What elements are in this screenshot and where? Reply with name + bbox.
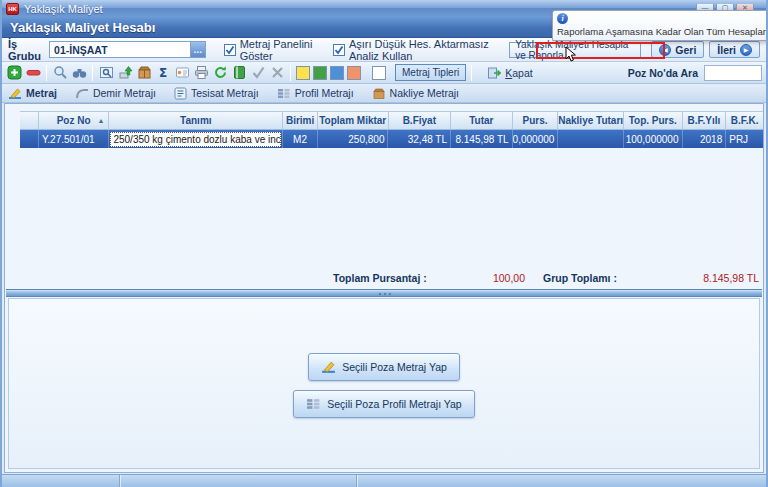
- row-indicator[interactable]: [20, 130, 39, 148]
- tab-demir-metraji[interactable]: Demir Metrajı: [75, 87, 156, 100]
- add-icon[interactable]: [6, 65, 22, 81]
- combo-dropdown-icon[interactable]: …: [190, 42, 205, 57]
- col-b-fiyat[interactable]: B.Fiyat: [389, 111, 452, 130]
- status-segment: [357, 475, 766, 487]
- tab-demir-label: Demir Metrajı: [93, 87, 156, 99]
- sum-icon[interactable]: Σ: [155, 65, 171, 81]
- main-panel: Poz No ▲ Tanımı Birimi Toplam Miktar B.F…: [4, 103, 764, 473]
- export-icon[interactable]: [117, 65, 133, 81]
- tab-metraj[interactable]: Metraj: [8, 87, 57, 100]
- poz-no-ara-label: Poz No'da Ara: [628, 67, 698, 79]
- cancel-x-icon[interactable]: [269, 65, 285, 81]
- cell-bf-yili[interactable]: 2018: [683, 130, 727, 148]
- swatch-orange[interactable]: [347, 66, 361, 80]
- col-tutar[interactable]: Tutar: [451, 111, 513, 130]
- col-purs[interactable]: Purs.: [513, 111, 559, 130]
- card-icon[interactable]: [174, 65, 190, 81]
- metraj-tabs: Metraj Demir Metrajı Tesisat Metrajı Pro…: [2, 84, 766, 103]
- tanimi-editor-input[interactable]: 250/350 kg çimento dozlu kaba ve ince ha…: [110, 132, 281, 147]
- grup-toplami-label: Grup Toplamı :: [543, 272, 617, 284]
- col-poz-no[interactable]: Poz No ▲: [39, 111, 110, 130]
- tab-nakliye-label: Nakliye Metrajı: [390, 87, 459, 99]
- is-grubu-label: İş Grubu: [8, 38, 41, 62]
- col-nakliye-tutari[interactable]: Nakliye Tutarı: [558, 111, 624, 130]
- metraj-panel: Seçili Poza Metraj Yap Seçili Poza Profi…: [8, 298, 760, 469]
- binoculars-icon[interactable]: [71, 65, 87, 81]
- col-label: B.F.K.: [731, 115, 759, 126]
- book-icon[interactable]: [231, 65, 247, 81]
- cell-purs[interactable]: 100,000000: [513, 130, 559, 148]
- controls-row: İş Grubu 01-İNŞAAT … Metraj Panelini Gös…: [2, 38, 766, 62]
- col-label: Poz No: [57, 115, 91, 126]
- geri-label: Geri: [675, 44, 696, 56]
- cell-top-purs[interactable]: 100,000000: [624, 130, 683, 148]
- ileri-button[interactable]: İleri ▶: [709, 41, 760, 58]
- metraj-panel-checkbox[interactable]: Metraj Panelini Göster: [224, 38, 315, 62]
- col-bf-yili[interactable]: B.F.Yılı: [683, 111, 727, 130]
- metraj-tipleri-button[interactable]: Metraj Tipleri: [395, 64, 466, 81]
- tab-metraj-label: Metraj: [26, 87, 57, 99]
- tab-tesisat-metraji[interactable]: Tesisat Metrajı: [174, 87, 259, 100]
- swatch-white[interactable]: [372, 66, 386, 80]
- tab-tesisat-label: Tesisat Metrajı: [191, 87, 259, 99]
- col-toplam-miktar[interactable]: Toplam Miktar: [318, 111, 389, 130]
- secili-poza-profil-metraji-yap-button[interactable]: Seçili Poza Profil Metrajı Yap: [293, 390, 474, 418]
- checkbox-checked-icon[interactable]: [333, 44, 345, 56]
- asiri-dusuk-label: Aşırı Düşük Hes. Aktarmasız Analiz Kulla…: [349, 38, 495, 62]
- demir-metraji-icon: [75, 87, 89, 100]
- poz-no-ara-input[interactable]: [704, 65, 762, 81]
- tab-nakliye-metraji[interactable]: Nakliye Metrajı: [372, 87, 459, 100]
- table-row-selected[interactable]: Y.27.501/01 250/350 kg çimento dozlu kab…: [20, 130, 763, 148]
- search-icon[interactable]: [52, 65, 68, 81]
- status-segment: [2, 475, 120, 487]
- toplam-pursantaj-label: Toplam Pursantaj :: [333, 272, 427, 284]
- secili-poza-metraj-yap-button[interactable]: Seçili Poza Metraj Yap: [308, 353, 460, 381]
- cell-nakliye-tutari[interactable]: [558, 130, 624, 148]
- checkbox-checked-icon[interactable]: [224, 44, 236, 56]
- profil-metraji-icon: [306, 397, 321, 411]
- preview-icon[interactable]: [98, 65, 114, 81]
- cell-b-fiyat[interactable]: 32,48 TL: [388, 130, 451, 148]
- confirm-check-icon[interactable]: [250, 65, 266, 81]
- cell-poz-no[interactable]: Y.27.501/01: [39, 130, 110, 148]
- cell-tutar[interactable]: 8.145,98 TL: [451, 130, 513, 148]
- toolbar-separator: [46, 65, 47, 81]
- swatch-yellow[interactable]: [296, 66, 310, 80]
- swatch-green[interactable]: [313, 66, 327, 80]
- panel-splitter[interactable]: [6, 289, 762, 297]
- status-segment: [120, 475, 357, 487]
- col-top-purs[interactable]: Top. Purs.: [624, 111, 683, 130]
- col-birimi[interactable]: Birimi: [283, 111, 318, 130]
- col-bfk[interactable]: B.F.K.: [726, 111, 763, 130]
- printer-icon[interactable]: [193, 65, 209, 81]
- col-label: B.F.Yılı: [688, 115, 721, 126]
- toolbar-separator: [471, 65, 472, 81]
- profil-metraji-icon: [277, 87, 291, 100]
- cell-bfk[interactable]: PRJ: [726, 130, 763, 148]
- app-icon: HK: [6, 3, 19, 15]
- remove-icon[interactable]: [25, 65, 41, 81]
- cell-birimi[interactable]: M2: [283, 130, 318, 148]
- geri-button[interactable]: ◀ Geri: [651, 41, 704, 58]
- package-icon[interactable]: [136, 65, 152, 81]
- kapat-button[interactable]: Kapat: [487, 66, 532, 80]
- col-label: Top. Purs.: [629, 115, 677, 126]
- tab-profil-metraji[interactable]: Profil Metrajı: [277, 87, 354, 100]
- cell-toplam-miktar[interactable]: 250,800: [318, 130, 389, 148]
- refresh-icon[interactable]: [212, 65, 228, 81]
- col-label: B.Fiyat: [403, 115, 436, 126]
- kapat-label: Kapat: [505, 67, 532, 79]
- is-grubu-combobox[interactable]: 01-İNŞAAT …: [49, 41, 206, 58]
- tooltip-text: Raporlama Aşamasına Kadar Olan Tüm Hesap…: [557, 26, 768, 37]
- nakliye-metraji-icon: [372, 87, 386, 100]
- totals-row: Toplam Pursantaj : 100,00 Grup Toplamı :…: [5, 269, 763, 289]
- exit-icon: [487, 66, 501, 80]
- tab-profil-label: Profil Metrajı: [295, 87, 354, 99]
- tesisat-metraji-icon: [174, 87, 187, 100]
- cell-tanimi[interactable]: 250/350 kg çimento dozlu kaba ve ince ha…: [109, 130, 283, 148]
- swatch-blue[interactable]: [330, 66, 344, 80]
- poz-table: Poz No ▲ Tanımı Birimi Toplam Miktar B.F…: [20, 111, 763, 148]
- toolbar-separator: [290, 65, 291, 81]
- asiri-dusuk-checkbox[interactable]: Aşırı Düşük Hes. Aktarmasız Analiz Kulla…: [333, 38, 495, 62]
- col-tanimi[interactable]: Tanımı: [109, 111, 283, 130]
